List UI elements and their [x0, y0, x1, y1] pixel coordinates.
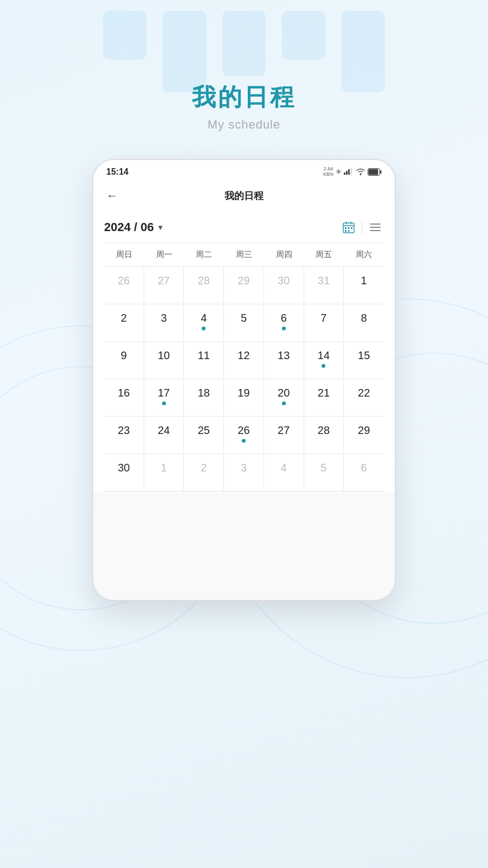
- cell-number: 24: [158, 424, 170, 437]
- calendar-cell[interactable]: 30: [264, 267, 304, 304]
- calendar-view-button[interactable]: [340, 219, 357, 236]
- calendar-cell[interactable]: 5: [304, 454, 344, 491]
- cell-number: 3: [161, 312, 167, 324]
- calendar-cell[interactable]: 4: [184, 304, 224, 341]
- calendar-cell[interactable]: 30: [104, 454, 144, 491]
- cell-number: 17: [158, 387, 170, 399]
- cell-number: 14: [318, 349, 330, 362]
- calendar-cell[interactable]: 17: [144, 379, 184, 416]
- calendar-cell[interactable]: 28: [184, 267, 224, 304]
- cell-number: 15: [358, 349, 370, 362]
- empty-schedule-area: [93, 492, 395, 600]
- back-button[interactable]: ←: [106, 189, 118, 203]
- decor-bar-4: [282, 11, 325, 60]
- calendar-week-row: 30123456: [104, 454, 384, 492]
- calendar-cell[interactable]: 27: [264, 417, 304, 454]
- calendar-cell[interactable]: 16: [104, 379, 144, 416]
- calendar-cell[interactable]: 28: [304, 417, 344, 454]
- calendar-cell[interactable]: 14: [304, 342, 344, 379]
- calendar-cell[interactable]: 26: [224, 417, 264, 454]
- calendar-cell[interactable]: 20: [264, 379, 304, 416]
- phone-mockup: 15:14 2.64KB/s ✳: [92, 159, 396, 601]
- svg-rect-1: [346, 171, 348, 175]
- calendar-cell[interactable]: 6: [344, 454, 384, 491]
- calendar-cell[interactable]: 27: [144, 267, 184, 304]
- calendar-cell[interactable]: 31: [304, 267, 344, 304]
- cell-number: 5: [320, 462, 326, 474]
- calendar-cell[interactable]: 19: [224, 379, 264, 416]
- calendar-cell[interactable]: 1: [344, 267, 384, 304]
- cell-number: 7: [320, 312, 326, 324]
- calendar-cell[interactable]: 4: [264, 454, 304, 491]
- app-header: ← 我的日程: [93, 182, 395, 210]
- cell-number: 27: [278, 424, 290, 437]
- calendar-weeks: 2627282930311234567891011121314151617181…: [104, 267, 384, 492]
- event-dot: [282, 401, 286, 405]
- list-view-button[interactable]: [367, 219, 384, 236]
- calendar-cell[interactable]: 22: [344, 379, 384, 416]
- day-header-周二: 周二: [184, 243, 224, 266]
- month-selector: 2024 / 06 ▾: [104, 210, 384, 242]
- calendar-cell[interactable]: 29: [344, 417, 384, 454]
- calendar-cell[interactable]: 12: [224, 342, 264, 379]
- event-dot: [162, 401, 166, 405]
- calendar-cell[interactable]: 24: [144, 417, 184, 454]
- calendar-cell[interactable]: 21: [304, 379, 344, 416]
- cell-number: 29: [237, 275, 249, 287]
- svg-rect-15: [345, 230, 346, 232]
- calendar-cell[interactable]: 18: [184, 379, 224, 416]
- cell-number: 8: [361, 312, 367, 324]
- title-chinese: 我的日程: [192, 81, 296, 113]
- calendar-cell[interactable]: 2: [184, 454, 224, 491]
- cell-number: 30: [118, 462, 130, 474]
- calendar-cell[interactable]: 23: [104, 417, 144, 454]
- battery-icon: [368, 168, 382, 176]
- cell-number: 11: [198, 349, 210, 362]
- calendar-cell[interactable]: 1: [144, 454, 184, 491]
- svg-point-4: [360, 174, 362, 175]
- event-dot: [322, 364, 325, 368]
- cell-number: 30: [278, 275, 290, 287]
- cell-number: 22: [358, 387, 370, 399]
- event-dot: [202, 327, 206, 330]
- svg-rect-7: [380, 170, 382, 174]
- calendar-cell[interactable]: 10: [144, 342, 184, 379]
- calendar-cell[interactable]: 11: [184, 342, 224, 379]
- decor-bar-2: [163, 11, 206, 92]
- calendar-cell[interactable]: 9: [104, 342, 144, 379]
- month-label[interactable]: 2024 / 06 ▾: [104, 220, 162, 234]
- cell-number: 26: [237, 424, 249, 437]
- calendar-cell[interactable]: 3: [224, 454, 264, 491]
- calendar-cell[interactable]: 8: [344, 304, 384, 341]
- toggle-divider: [362, 221, 362, 234]
- event-dot: [242, 439, 246, 443]
- chevron-down-icon[interactable]: ▾: [158, 223, 162, 232]
- title-english: My schedule: [192, 118, 296, 132]
- data-speed: 2.64KB/s: [323, 167, 333, 177]
- decor-bar-5: [342, 11, 385, 92]
- calendar-cell[interactable]: 6: [264, 304, 304, 341]
- cell-number: 3: [241, 462, 247, 474]
- svg-rect-3: [350, 168, 352, 175]
- cell-number: 19: [237, 387, 249, 399]
- svg-rect-0: [344, 173, 345, 175]
- calendar-cell[interactable]: 3: [144, 304, 184, 341]
- svg-rect-6: [369, 169, 378, 175]
- status-time: 15:14: [106, 167, 129, 177]
- calendar-cell[interactable]: 25: [184, 417, 224, 454]
- status-icons: 2.64KB/s ✳: [323, 167, 382, 177]
- status-bar: 15:14 2.64KB/s ✳: [93, 160, 395, 182]
- calendar-grid: 周日周一周二周三周四周五周六 2627282930311234567891011…: [104, 242, 384, 492]
- calendar-cell[interactable]: 2: [104, 304, 144, 341]
- cell-number: 25: [198, 424, 210, 437]
- day-header-周三: 周三: [224, 243, 264, 266]
- calendar-cell[interactable]: 7: [304, 304, 344, 341]
- signal-bars-icon: [344, 168, 354, 176]
- calendar-cell[interactable]: 26: [104, 267, 144, 304]
- day-header-周四: 周四: [264, 243, 304, 266]
- calendar-cell[interactable]: 29: [224, 267, 264, 304]
- cell-number: 29: [358, 424, 370, 437]
- calendar-cell[interactable]: 15: [344, 342, 384, 379]
- calendar-cell[interactable]: 5: [224, 304, 264, 341]
- calendar-cell[interactable]: 13: [264, 342, 304, 379]
